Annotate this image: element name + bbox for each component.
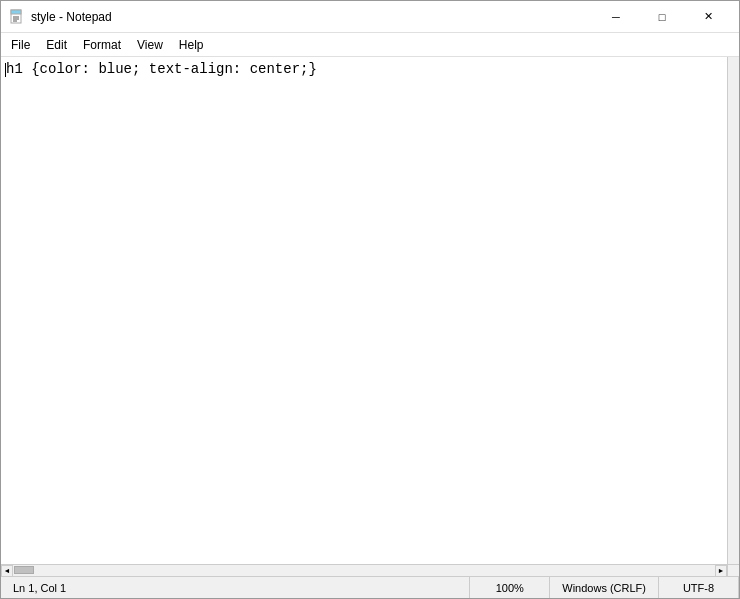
window-controls: ─ □ ✕	[593, 1, 731, 33]
status-zoom: 100%	[470, 577, 550, 598]
scroll-thumb-horizontal[interactable]	[14, 566, 34, 574]
editor-content[interactable]: h1 {color: blue; text-align: center;}	[1, 57, 727, 576]
status-encoding: UTF-8	[659, 577, 739, 598]
zoom-level: 100%	[496, 582, 524, 594]
status-bar: Ln 1, Col 1 100% Windows (CRLF) UTF-8	[1, 576, 739, 598]
menu-help[interactable]: Help	[171, 36, 212, 54]
menu-view[interactable]: View	[129, 36, 171, 54]
title-bar: style - Notepad ─ □ ✕	[1, 1, 739, 33]
editor-text: h1 {color: blue; text-align: center;}	[6, 61, 317, 77]
scroll-left-arrow[interactable]: ◄	[1, 565, 13, 577]
notepad-window: style - Notepad ─ □ ✕ File Edit Format V…	[0, 0, 740, 599]
minimize-button[interactable]: ─	[593, 1, 639, 33]
scrollbar-corner	[727, 564, 739, 576]
menu-file[interactable]: File	[3, 36, 38, 54]
app-icon	[9, 9, 25, 25]
line-ending: Windows (CRLF)	[562, 582, 646, 594]
editor-area[interactable]: h1 {color: blue; text-align: center;} ◄ …	[1, 57, 739, 576]
menu-bar: File Edit Format View Help	[1, 33, 739, 57]
svg-rect-1	[11, 10, 21, 14]
scroll-right-arrow[interactable]: ►	[715, 565, 727, 577]
window-title: style - Notepad	[31, 10, 593, 24]
status-line-ending: Windows (CRLF)	[550, 577, 659, 598]
cursor-position: Ln 1, Col 1	[13, 582, 66, 594]
close-button[interactable]: ✕	[685, 1, 731, 33]
encoding: UTF-8	[683, 582, 714, 594]
status-position: Ln 1, Col 1	[1, 577, 470, 598]
scrollbar-horizontal[interactable]: ◄ ►	[1, 564, 727, 576]
maximize-button[interactable]: □	[639, 1, 685, 33]
scrollbar-vertical[interactable]	[727, 57, 739, 564]
scroll-track-horizontal[interactable]	[13, 565, 715, 576]
menu-format[interactable]: Format	[75, 36, 129, 54]
menu-edit[interactable]: Edit	[38, 36, 75, 54]
